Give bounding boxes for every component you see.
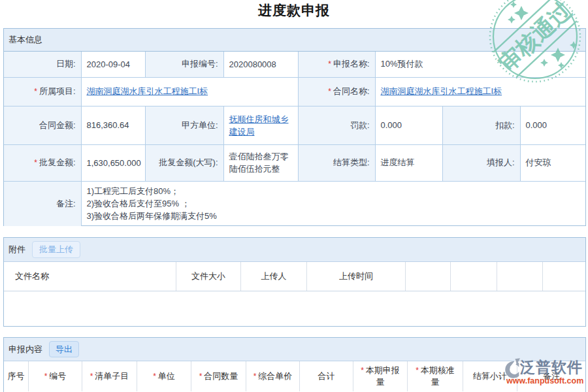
stamp-star: [508, 16, 515, 24]
col-header-file-size: 文件大小: [176, 262, 240, 291]
batch-upload-button[interactable]: 批量上传: [32, 241, 80, 258]
col-header-upload-time: 上传时间: [306, 262, 405, 291]
contract-amount-label: 合同金额:: [4, 106, 81, 144]
approved-amount-label: *批复金额:: [4, 144, 81, 181]
col-header-total: 合计: [299, 361, 353, 391]
settle-type-label: 结算类型:: [298, 144, 375, 181]
attachments-empty-body: [4, 291, 585, 326]
row-approved: *批复金额: 1,630,650.000 批复金额(大写): 壹佰陆拾叁万零陆佰…: [4, 144, 585, 181]
col-header-current-declared: *本期申报量: [353, 361, 407, 391]
stamp-star: [514, 6, 529, 20]
remark-value: 1)工程完工后支付80%； 2)验收合格后支付至95% ； 3)验收合格后两年保…: [81, 181, 585, 226]
col-header-empty-1: [405, 262, 450, 291]
row-amounts: 合同金额: 816,360.64 甲方单位: 抚顺住房和城乡建设局 罚款: 0.…: [4, 106, 585, 144]
remark-label: 备注:: [4, 181, 81, 226]
col-header-file-name: 文件名称: [4, 262, 176, 291]
contract-name-label: *合同名称:: [298, 77, 375, 106]
stamp-star: [551, 48, 565, 62]
date-label: 日期:: [4, 52, 81, 77]
brand-watermark: 泛普软件 www.fanpusoft.com: [500, 357, 587, 385]
declaration-panel: 申报内容 导出 序号 *编号 *清单子目 *单位 *合同数量 *综合单价 合计 …: [3, 337, 586, 392]
party-a-link[interactable]: 抚顺住房和城乡建设局: [229, 113, 293, 138]
approved-amount-value: 1,630,650.000: [81, 144, 145, 181]
declaration-section-bar: 申报内容 导出: [4, 338, 585, 361]
penalty-label: 罚款:: [298, 106, 375, 144]
decl-name-label: *申报名称:: [298, 52, 375, 77]
contract-link[interactable]: 湖南洞庭湖水库引水工程施工I标: [381, 86, 502, 96]
attachments-section-title: 附件: [8, 244, 25, 255]
deduction-label: 扣款:: [442, 106, 520, 144]
col-header-list-item: *清单子目: [82, 361, 137, 391]
brand-url: www.fanpusoft.com: [506, 376, 587, 385]
col-header-empty-3: [497, 262, 542, 291]
party-a-value: 抚顺住房和城乡建设局: [223, 106, 298, 144]
project-value: 湖南洞庭湖水库引水工程施工I标: [81, 77, 298, 106]
attachments-table-header: 文件名称 文件大小 上传人 上传时间: [4, 261, 585, 291]
decl-no-label: 申报编号:: [145, 52, 223, 77]
contract-amount-value: 816,360.64: [81, 106, 145, 144]
col-header-current-approved: *本期核准量: [407, 361, 463, 391]
project-label: *所属项目:: [4, 77, 81, 106]
filler-value: 付安琼: [520, 144, 585, 181]
col-header-unit-price: *综合单价: [246, 361, 299, 391]
col-header-empty-4: [542, 262, 585, 291]
stamp-text: 审核通过: [494, 0, 576, 76]
approved-caps-label: 批复金额(大写):: [145, 144, 223, 181]
settle-type-value: 进度结算: [375, 144, 442, 181]
col-header-empty-2: [450, 262, 497, 291]
deduction-value: 0.000: [520, 106, 585, 144]
row-remark: 备注: 1)工程完工后支付80%； 2)验收合格后支付至95% ； 3)验收合格…: [4, 181, 585, 226]
attachments-section-bar: 附件 批量上传: [4, 238, 585, 261]
declaration-table-header: 序号 *编号 *清单子目 *单位 *合同数量 *综合单价 合计 *本期申报量 *…: [4, 361, 585, 391]
brand-name: 泛普软件: [520, 357, 583, 377]
attachments-panel: 附件 批量上传 文件名称 文件大小 上传人 上传时间: [3, 237, 586, 327]
filler-label: 填报人:: [442, 144, 520, 181]
date-value: 2020-09-04: [81, 52, 145, 77]
stamp-star: [540, 59, 548, 67]
col-header-unit: *单位: [137, 361, 191, 391]
col-header-seq: 序号: [4, 361, 28, 391]
project-link[interactable]: 湖南洞庭湖水库引水工程施工I标: [87, 86, 208, 96]
penalty-value: 0.000: [375, 106, 442, 144]
declaration-section-title: 申报内容: [8, 344, 42, 355]
export-button[interactable]: 导出: [49, 341, 79, 357]
decl-no-value: 2020080008: [223, 52, 298, 77]
col-header-code: *编号: [28, 361, 82, 391]
basic-info-section-title: 基本信息: [8, 34, 42, 46]
approved-caps-value: 壹佰陆拾叁万零陆佰伍拾元整: [223, 144, 298, 181]
approval-stamp: 审核通过: [483, 0, 587, 84]
col-header-uploader: 上传人: [240, 262, 306, 291]
party-a-label: 甲方单位:: [145, 106, 223, 144]
col-header-contract-qty: *合同数量: [191, 361, 246, 391]
